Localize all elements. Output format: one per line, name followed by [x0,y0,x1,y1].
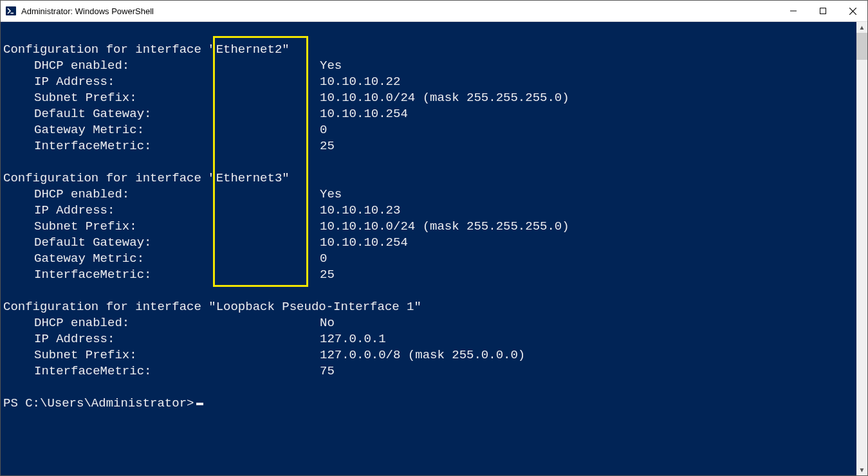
config-label: Gateway Metric: [34,251,320,267]
interface-name: "Loopback Pseudo-Interface 1" [208,299,421,315]
scroll-down-icon[interactable]: ▼ [856,464,867,475]
config-value: 10.10.10.23 [320,203,400,219]
minimize-button[interactable] [779,1,808,21]
config-row: DHCP enabled:Yes [3,58,856,74]
config-label: Default Gateway: [34,235,320,251]
interface-name: "Ethernet3" [208,170,289,187]
config-label: Subnet Prefix: [34,90,320,106]
config-value: 0 [320,122,327,138]
cursor-icon [196,403,203,405]
close-button[interactable] [838,1,867,21]
powershell-icon [6,6,16,16]
config-label: IP Address: [34,331,320,347]
config-value: 10.10.10.0/24 (mask 255.255.255.0) [320,219,569,235]
terminal-area: Configuration for interface "Ethernet2"D… [1,22,867,475]
window-controls [779,1,867,21]
config-row: IP Address:10.10.10.22 [3,74,856,90]
config-label: DHCP enabled: [34,315,320,331]
config-label: IP Address: [34,74,320,90]
config-value: 10.10.10.254 [320,106,408,122]
blank-line [3,380,856,396]
config-value: 127.0.0.0/8 (mask 255.0.0.0) [320,347,525,363]
config-row: DHCP enabled:No [3,315,856,331]
config-value: 0 [320,251,327,267]
prompt-line[interactable]: PS C:\Users\Administrator> [3,396,856,412]
scroll-up-icon[interactable]: ▲ [856,22,867,33]
config-label: InterfaceMetric: [34,138,320,154]
interface-name: "Ethernet2" [208,42,289,58]
config-label: InterfaceMetric: [34,267,320,283]
config-row: InterfaceMetric:25 [3,267,856,283]
powershell-window: Administrator: Windows PowerShell Config… [0,0,868,476]
svg-rect-3 [820,8,826,14]
config-value: Yes [320,58,342,74]
scroll-thumb[interactable] [856,33,867,60]
blank-line [3,283,856,299]
config-row: IP Address:10.10.10.23 [3,203,856,219]
interface-header: Configuration for interface "Ethernet3" [3,170,856,187]
vertical-scrollbar[interactable]: ▲ ▼ [856,22,867,475]
interface-header-prefix: Configuration for interface [3,170,208,187]
config-row: Subnet Prefix:127.0.0.0/8 (mask 255.0.0.… [3,347,856,363]
config-value: 25 [320,138,335,154]
config-row: Default Gateway:10.10.10.254 [3,106,856,122]
config-row: Subnet Prefix:10.10.10.0/24 (mask 255.25… [3,219,856,235]
config-value: 25 [320,267,335,283]
config-row: DHCP enabled:Yes [3,187,856,203]
config-label: Subnet Prefix: [34,347,320,363]
config-row: InterfaceMetric:75 [3,363,856,380]
config-row: IP Address:127.0.0.1 [3,331,856,347]
blank-line [3,154,856,170]
terminal-output[interactable]: Configuration for interface "Ethernet2"D… [1,22,856,475]
config-value: Yes [320,187,342,203]
interface-header: Configuration for interface "Ethernet2" [3,42,856,58]
config-label: DHCP enabled: [34,187,320,203]
config-row: InterfaceMetric:25 [3,138,856,154]
config-value: 10.10.10.0/24 (mask 255.255.255.0) [320,90,569,106]
window-title: Administrator: Windows PowerShell [21,6,779,16]
config-row: Default Gateway:10.10.10.254 [3,235,856,251]
config-label: Default Gateway: [34,106,320,122]
config-row: Subnet Prefix:10.10.10.0/24 (mask 255.25… [3,90,856,106]
interface-header-prefix: Configuration for interface [3,299,208,315]
config-value: 10.10.10.254 [320,235,408,251]
interface-header-prefix: Configuration for interface [3,42,208,58]
config-label: DHCP enabled: [34,58,320,74]
config-row: Gateway Metric:0 [3,122,856,138]
config-value: 75 [320,363,335,380]
prompt-text: PS C:\Users\Administrator> [3,396,194,410]
blank-line [3,26,856,42]
interface-header: Configuration for interface "Loopback Ps… [3,299,856,315]
config-value: 127.0.0.1 [320,331,386,347]
config-label: InterfaceMetric: [34,363,320,380]
config-row: Gateway Metric:0 [3,251,856,267]
config-value: No [320,315,335,331]
config-label: IP Address: [34,203,320,219]
config-label: Subnet Prefix: [34,219,320,235]
config-label: Gateway Metric: [34,122,320,138]
titlebar[interactable]: Administrator: Windows PowerShell [1,1,867,22]
maximize-button[interactable] [808,1,838,21]
config-value: 10.10.10.22 [320,74,400,90]
